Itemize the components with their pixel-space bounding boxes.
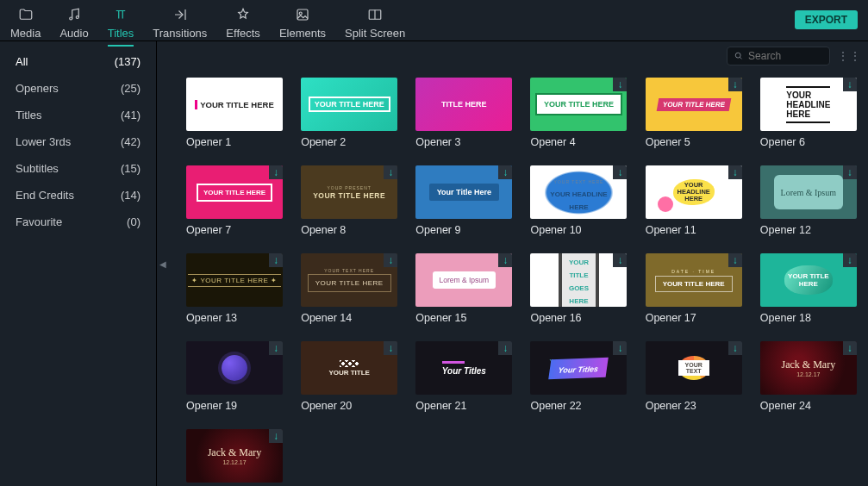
title-thumbnail[interactable]: YOUR TEXT ↓ bbox=[646, 341, 742, 395]
title-thumbnail[interactable]: YOURTITLEGOESHERE ↓ bbox=[530, 253, 627, 307]
splitscreen-icon bbox=[367, 7, 383, 25]
title-thumbnail[interactable]: Jack & Mary12.12.17 ↓ bbox=[760, 341, 857, 395]
sidebar-item-openers[interactable]: Openers(25) bbox=[0, 75, 156, 102]
title-thumbnail[interactable]: Your Title Here ↓ bbox=[415, 165, 512, 219]
download-icon[interactable]: ↓ bbox=[498, 253, 512, 267]
title-card[interactable]: YOUR TITLE HERE ↓ Opener 7 bbox=[186, 165, 283, 236]
effects-icon bbox=[235, 7, 251, 25]
panel-drag-handle[interactable]: ⋮⋮ bbox=[837, 53, 861, 59]
sidebar-item-label: Lower 3rds bbox=[16, 135, 71, 148]
title-card[interactable]: YOUR TEXT ↓ Opener 23 bbox=[646, 341, 742, 412]
download-icon[interactable]: ↓ bbox=[613, 341, 627, 355]
title-card[interactable]: YOUR TEXT HEREYOUR TITLE HERE ↓ Opener 1… bbox=[301, 253, 397, 324]
download-icon[interactable]: ↓ bbox=[384, 253, 397, 267]
title-card[interactable]: YOUR TITLE HERE Opener 2 bbox=[301, 78, 397, 148]
search-input[interactable] bbox=[748, 50, 822, 62]
download-icon[interactable]: ↓ bbox=[269, 429, 283, 443]
title-thumbnail[interactable]: Jack & Mary12.12.17 ↓ bbox=[186, 429, 283, 483]
title-thumbnail[interactable]: TITLE HERE bbox=[415, 78, 512, 131]
sidebar-item-all[interactable]: All(137) bbox=[0, 48, 156, 75]
title-card[interactable]: YOUR TITLE ↓ Opener 20 bbox=[301, 341, 397, 412]
download-icon[interactable]: ↓ bbox=[728, 341, 742, 355]
title-thumbnail[interactable]: DATE · TIMEYOUR TITLE HERE ↓ bbox=[646, 253, 742, 307]
title-thumbnail[interactable]: YOUR TEXT HEREYOUR HEADLINE HERE ↓ bbox=[530, 165, 627, 219]
download-icon[interactable]: ↓ bbox=[843, 253, 857, 267]
title-thumbnail[interactable]: YOUR TITLE HERE ↓ bbox=[760, 253, 857, 307]
title-card-label: Opener 19 bbox=[186, 400, 283, 412]
download-icon[interactable]: ↓ bbox=[728, 253, 742, 267]
sidebar-item-favourite[interactable]: Favourite(0) bbox=[0, 209, 156, 235]
tab-label: Split Screen bbox=[345, 27, 405, 40]
sidebar-item-count: (137) bbox=[115, 55, 141, 68]
title-thumbnail[interactable]: Your Titles ↓ bbox=[415, 341, 512, 395]
title-thumbnail[interactable]: Lorem & Ipsum ↓ bbox=[415, 253, 512, 307]
svg-line-7 bbox=[740, 57, 741, 59]
title-thumbnail[interactable]: YOURHEADLINEHERE ↓ bbox=[760, 78, 857, 131]
download-icon[interactable]: ↓ bbox=[384, 165, 397, 179]
download-icon[interactable]: ↓ bbox=[843, 78, 857, 91]
title-card[interactable]: YOUR TEXT HEREYOUR HEADLINE HERE ↓ Opene… bbox=[530, 165, 627, 236]
title-card[interactable]: Your Titles ↓ Opener 21 bbox=[415, 341, 512, 412]
tab-label: Audio bbox=[59, 27, 88, 40]
title-card[interactable]: YOUR HEADLINE HERE ↓ Opener 11 bbox=[646, 165, 742, 236]
sidebar-item-label: All bbox=[16, 55, 28, 68]
title-card[interactable]: Lorem & Ipsum ↓ Opener 15 bbox=[415, 253, 512, 324]
title-thumbnail[interactable]: YOUR TITLE ↓ bbox=[301, 341, 397, 395]
title-card[interactable]: Jack & Mary12.12.17 ↓ Opener 24 bbox=[760, 341, 857, 412]
title-thumbnail[interactable]: ✦ YOUR TITLE HERE ✦ ↓ bbox=[186, 253, 283, 307]
title-thumbnail[interactable]: YOUR TITLE HERE bbox=[186, 78, 283, 131]
title-card[interactable]: DATE · TIMEYOUR TITLE HERE ↓ Opener 17 bbox=[646, 253, 742, 324]
sidebar-item-label: End Credits bbox=[16, 189, 74, 202]
sidebar-item-endcredits[interactable]: End Credits(14) bbox=[0, 182, 156, 209]
title-thumbnail[interactable]: ↓ bbox=[186, 341, 283, 395]
export-button[interactable]: EXPORT bbox=[795, 10, 858, 29]
download-icon[interactable]: ↓ bbox=[269, 253, 283, 267]
download-icon[interactable]: ↓ bbox=[613, 78, 627, 91]
title-thumbnail[interactable]: YOUR TEXT HEREYOUR TITLE HERE ↓ bbox=[301, 253, 397, 307]
download-icon[interactable]: ↓ bbox=[269, 341, 283, 355]
title-card[interactable]: ✦ YOUR TITLE HERE ✦ ↓ Opener 13 bbox=[186, 253, 283, 324]
download-icon[interactable]: ↓ bbox=[613, 165, 627, 179]
sidebar-collapse-handle[interactable]: ◀ bbox=[157, 41, 169, 486]
download-icon[interactable]: ↓ bbox=[498, 341, 512, 355]
title-thumbnail[interactable]: Your TextYour Titles ↓ bbox=[530, 341, 627, 395]
title-thumbnail[interactable]: YOUR HEADLINE HERE ↓ bbox=[646, 165, 742, 219]
title-card[interactable]: YOUR TITLE HERE Opener 1 bbox=[186, 78, 283, 148]
title-thumbnail[interactable]: YOUR PRESENTYOUR TITLE HERE ↓ bbox=[301, 165, 397, 219]
download-icon[interactable]: ↓ bbox=[384, 341, 397, 355]
title-card[interactable]: Jack & Mary12.12.17 ↓ Opener 25 bbox=[186, 429, 283, 486]
title-card-label: Opener 9 bbox=[415, 224, 512, 236]
title-card[interactable]: YOUR TITLE HERE ↓ Opener 18 bbox=[760, 253, 857, 324]
download-icon[interactable]: ↓ bbox=[269, 165, 283, 179]
sidebar-item-label: Titles bbox=[16, 109, 42, 122]
download-icon[interactable]: ↓ bbox=[843, 341, 857, 355]
download-icon[interactable]: ↓ bbox=[728, 78, 742, 91]
title-card[interactable]: YOURTITLEGOESHERE ↓ Opener 16 bbox=[530, 253, 627, 324]
download-icon[interactable]: ↓ bbox=[728, 165, 742, 179]
download-icon[interactable]: ↓ bbox=[613, 253, 627, 267]
title-card-label: Opener 13 bbox=[186, 312, 283, 324]
download-icon[interactable]: ↓ bbox=[498, 165, 512, 179]
title-card[interactable]: Your TextYour Titles ↓ Opener 22 bbox=[530, 341, 627, 412]
title-card[interactable]: YOUR PRESENTYOUR TITLE HERE ↓ Opener 8 bbox=[301, 165, 397, 236]
sidebar-item-lower3rds[interactable]: Lower 3rds(42) bbox=[0, 128, 156, 155]
sidebar-item-subtitles[interactable]: Subtitles(15) bbox=[0, 155, 156, 182]
title-card[interactable]: Your Title Here ↓ Opener 9 bbox=[415, 165, 512, 236]
title-card[interactable]: YOURHEADLINEHERE ↓ Opener 6 bbox=[760, 78, 857, 148]
sidebar-item-titles[interactable]: Titles(41) bbox=[0, 102, 156, 128]
download-icon[interactable]: ↓ bbox=[843, 165, 857, 179]
title-card[interactable]: YOUR TITLE HERE ↓ Opener 5 bbox=[646, 78, 742, 148]
svg-rect-2 bbox=[297, 9, 308, 20]
tab-label: Effects bbox=[226, 27, 260, 40]
title-thumbnail[interactable]: YOUR TITLE HERE ↓ bbox=[646, 78, 742, 131]
search-box[interactable] bbox=[727, 47, 830, 65]
title-thumbnail[interactable]: YOUR TITLE HERE ↓ bbox=[186, 165, 283, 219]
title-card[interactable]: YOUR TITLE HERE ↓ Opener 4 bbox=[530, 78, 627, 148]
title-card[interactable]: ↓ Opener 19 bbox=[186, 341, 283, 412]
title-thumbnail[interactable]: Lorem & Ipsum ↓ bbox=[760, 165, 857, 219]
title-thumbnail[interactable]: YOUR TITLE HERE ↓ bbox=[530, 78, 627, 131]
title-card[interactable]: TITLE HERE Opener 3 bbox=[415, 78, 512, 148]
title-card-label: Opener 1 bbox=[186, 136, 283, 148]
title-thumbnail[interactable]: YOUR TITLE HERE bbox=[301, 78, 397, 131]
title-card[interactable]: Lorem & Ipsum ↓ Opener 12 bbox=[760, 165, 857, 236]
